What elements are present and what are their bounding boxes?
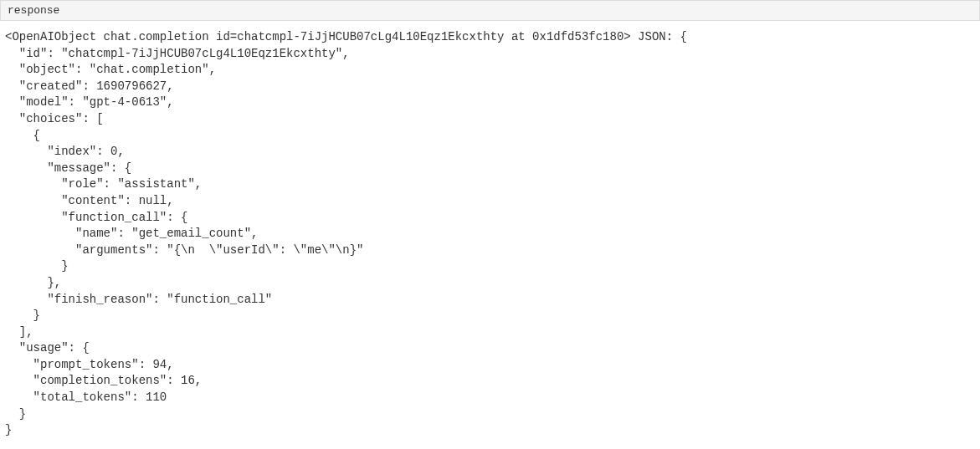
code-line: <OpenAIObject chat.completion id=chatcmp… xyxy=(5,30,687,43)
code-line: "content": null, xyxy=(5,194,174,207)
code-line: "usage": { xyxy=(5,341,90,355)
code-line: "index": 0, xyxy=(5,145,125,158)
code-line: "completion_tokens": 16, xyxy=(5,374,202,387)
response-header: response xyxy=(0,0,980,21)
code-line: }, xyxy=(5,276,61,289)
code-line: "model": "gpt-4-0613", xyxy=(5,95,174,109)
code-line: ], xyxy=(5,325,33,339)
code-line: } xyxy=(5,407,26,421)
code-line: { xyxy=(5,129,40,142)
code-line: "created": 1690796627, xyxy=(5,79,174,93)
code-line: "function_call": { xyxy=(5,211,187,224)
code-line: } xyxy=(5,309,40,322)
code-line: "name": "get_email_count", xyxy=(5,227,258,240)
code-line: "object": "chat.completion", xyxy=(5,63,216,76)
code-line: "role": "assistant", xyxy=(5,177,202,191)
code-line: "choices": [ xyxy=(5,112,104,125)
code-line: "arguments": "{\n \"userId\": \"me\"\n}" xyxy=(5,243,363,257)
code-output: <OpenAIObject chat.completion id=chatcmp… xyxy=(0,21,980,447)
code-line: "finish_reason": "function_call" xyxy=(5,293,272,306)
code-line: "message": { xyxy=(5,161,131,175)
code-line: "prompt_tokens": 94, xyxy=(5,358,174,371)
response-label: response xyxy=(8,4,59,17)
code-line: "total_tokens": 110 xyxy=(5,390,167,404)
code-line: } xyxy=(5,423,12,436)
code-line: "id": "chatcmpl-7iJjHCUB07cLg4L10Eqz1Ekc… xyxy=(5,47,350,60)
code-line: } xyxy=(5,259,69,273)
